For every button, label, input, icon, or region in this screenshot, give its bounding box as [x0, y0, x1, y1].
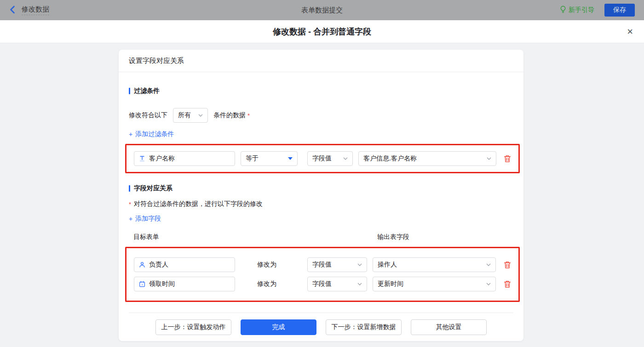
settings-card: 设置字段对应关系 过滤条件 修改符合以下 所有 条件的数据 * + — [119, 50, 523, 341]
next-step-button[interactable]: 下一步：设置新增数据 — [326, 319, 402, 335]
filter-value-select[interactable]: 客户信息.客户名称 — [358, 151, 496, 166]
prev-step-button[interactable]: 上一步：设置触发动作 — [155, 319, 231, 335]
chevron-down-icon — [483, 263, 491, 266]
trash-icon — [504, 280, 511, 288]
back-button[interactable] — [9, 6, 15, 15]
required-mark: * — [247, 112, 250, 119]
mapping-section-title: 字段对应关系 — [129, 184, 513, 193]
mapping-description: * 对符合过滤条件的数据，进行以下字段的修改 — [129, 200, 513, 208]
delete-filter-row-button[interactable] — [504, 155, 511, 163]
filter-value-type-select[interactable]: 字段值 — [307, 151, 353, 166]
modify-to-label: 修改为 — [257, 280, 276, 288]
filter-section-title: 过滤条件 — [129, 87, 513, 95]
other-settings-button[interactable]: 其他设置 — [411, 319, 487, 335]
field-mapping-highlight-box: 负责人 修改为 字段值 操作人 — [125, 247, 520, 302]
target-field-input[interactable]: 7 领取时间 — [134, 277, 235, 291]
trash-icon — [504, 155, 511, 163]
match-suffix-label: 条件的数据 — [213, 111, 246, 119]
chevron-down-icon — [483, 283, 491, 285]
chevron-down-icon — [483, 157, 491, 160]
top-bar: 修改数据 表单数据提交 新手引导 保存 — [0, 0, 644, 20]
chevron-down-icon — [354, 283, 362, 285]
add-filter-condition-link[interactable]: + 添加过滤条件 — [129, 130, 174, 138]
chevron-down-icon — [354, 263, 362, 266]
beginner-guide-link[interactable]: 新手引导 — [560, 6, 594, 15]
mapping-value-select[interactable]: 操作人 — [373, 257, 496, 272]
plus-icon: + — [129, 131, 132, 138]
beginner-guide-label: 新手引导 — [569, 6, 594, 14]
output-field-column-label: 输出表字段 — [377, 233, 409, 241]
plus-icon: + — [129, 215, 132, 222]
workflow-name[interactable]: 修改数据 — [22, 5, 49, 15]
text-field-icon — [139, 155, 145, 162]
calendar-icon: 7 — [139, 281, 145, 287]
section-accent-bar — [129, 88, 130, 94]
mapping-value-type-select[interactable]: 字段值 — [307, 277, 367, 291]
done-button[interactable]: 完成 — [241, 319, 316, 335]
filter-field-input[interactable]: 客户名称 — [134, 151, 235, 166]
caret-down-icon — [288, 157, 293, 160]
lightbulb-icon — [560, 6, 566, 15]
chevron-left-icon — [9, 6, 15, 15]
delete-mapping-row-button[interactable] — [504, 261, 511, 269]
add-field-link[interactable]: + 添加字段 — [129, 215, 161, 223]
target-form-column-label: 目标表单 — [133, 233, 159, 241]
mapping-row: 负责人 修改为 字段值 操作人 — [134, 257, 511, 272]
trash-icon — [504, 261, 511, 269]
chevron-down-icon — [195, 114, 203, 117]
dialog-body: 设置字段对应关系 过滤条件 修改符合以下 所有 条件的数据 * + — [0, 43, 644, 347]
modify-to-label: 修改为 — [257, 261, 276, 269]
match-prefix-label: 修改符合以下 — [129, 111, 167, 119]
match-condition-row: 修改符合以下 所有 条件的数据 * — [129, 108, 513, 123]
section-accent-bar — [129, 185, 130, 192]
mapping-column-headers: 目标表单 输出表字段 — [129, 233, 513, 240]
filter-operator-select[interactable]: 等于 — [241, 151, 298, 166]
close-icon[interactable]: × — [627, 27, 633, 37]
card-title: 设置字段对应关系 — [119, 50, 523, 72]
dialog-title: 修改数据 - 合并到普通字段 — [273, 26, 371, 37]
match-mode-select[interactable]: 所有 — [173, 108, 208, 123]
mapping-value-select[interactable]: 更新时间 — [373, 277, 496, 291]
svg-text:7: 7 — [141, 283, 143, 286]
dialog-header: 修改数据 - 合并到普通字段 × — [0, 20, 644, 43]
mapping-value-type-select[interactable]: 字段值 — [307, 257, 367, 272]
required-mark: * — [129, 201, 131, 208]
page-title: 表单数据提交 — [0, 6, 644, 15]
card-footer: 上一步：设置触发动作 完成 下一步：设置新增数据 其他设置 — [129, 313, 513, 341]
filter-condition-highlight-box: 客户名称 等于 字段值 客户信息.客户名称 — [125, 144, 520, 173]
chevron-down-icon — [339, 157, 348, 160]
target-field-input[interactable]: 负责人 — [134, 257, 235, 272]
save-button[interactable]: 保存 — [604, 4, 635, 17]
mapping-row: 7 领取时间 修改为 字段值 更新时间 — [134, 277, 511, 291]
delete-mapping-row-button[interactable] — [504, 280, 511, 288]
user-icon — [139, 262, 145, 268]
